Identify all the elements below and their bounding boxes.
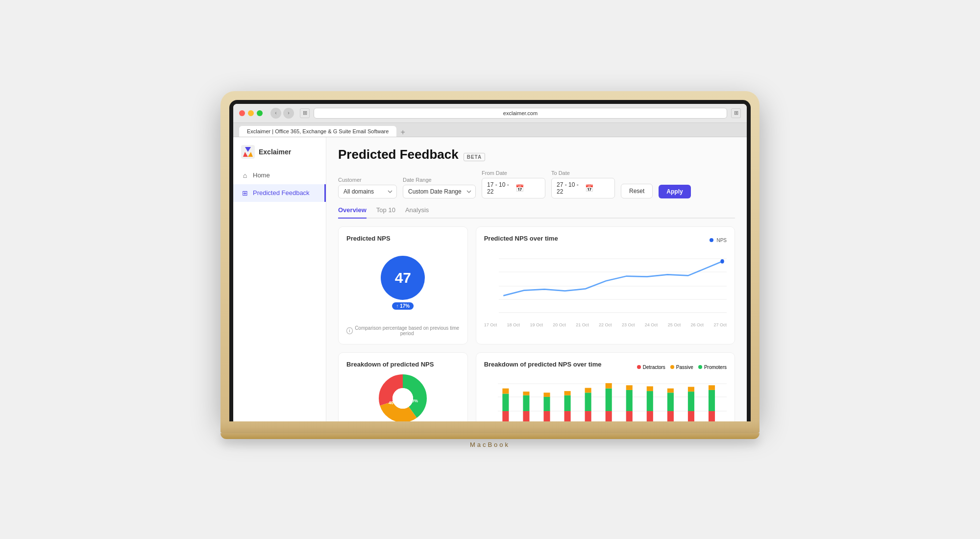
forward-button[interactable]: › bbox=[283, 108, 294, 119]
nps-over-time-card: Predicted NPS over time NPS bbox=[476, 226, 735, 344]
breakdown-nps-over-time-card: Breakdown of predicted NPS over time Det… bbox=[476, 352, 735, 421]
tab-icon: ⊞ bbox=[300, 108, 310, 118]
bar-chart-container: 100 50 0 -50 -100 bbox=[498, 377, 727, 421]
sidebar-logo: Exclaimer bbox=[233, 145, 326, 167]
svg-rect-45 bbox=[585, 388, 591, 392]
bar-passive-dot bbox=[670, 365, 674, 369]
sidebar: Exclaimer ⌂ Home ⊞ Predicted Feedback bbox=[233, 137, 326, 421]
svg-rect-42 bbox=[564, 391, 570, 395]
laptop-bottom bbox=[220, 421, 760, 433]
sidebar-item-predicted-feedback[interactable]: ⊞ Predicted Feedback bbox=[233, 184, 326, 202]
tab-overview[interactable]: Overview bbox=[338, 206, 367, 219]
svg-rect-33 bbox=[502, 388, 509, 393]
from-date-value: 17 - 10 - 22 bbox=[487, 181, 512, 195]
maximize-button[interactable] bbox=[257, 110, 263, 116]
svg-rect-63 bbox=[709, 385, 715, 390]
browser-titlebar: ‹ › ⊞ exclaimer.com ⊞ bbox=[233, 104, 747, 123]
bar-detractors-dot bbox=[637, 365, 641, 369]
reset-button[interactable]: Reset bbox=[621, 184, 653, 198]
to-date-value: 27 - 10 - 22 bbox=[557, 181, 581, 195]
pie-chart: 30% 30% 40% bbox=[378, 374, 427, 421]
customer-filter-group: Customer All domains bbox=[338, 177, 397, 198]
nps-legend: NPS bbox=[710, 238, 727, 243]
browser-nav: ‹ › bbox=[270, 108, 294, 119]
nps-value: 47 bbox=[395, 270, 411, 286]
macbook-label: MacBook bbox=[220, 441, 760, 448]
nps-x-labels: 17 Oct18 Oct19 Oct20 Oct 21 Oct22 Oct23 … bbox=[484, 322, 727, 327]
svg-point-14 bbox=[720, 259, 724, 264]
apply-button[interactable]: Apply bbox=[659, 185, 690, 198]
info-icon: i bbox=[346, 327, 353, 334]
browser-tab-bar: Exclaimer | Office 365, Exchange & G Sui… bbox=[233, 123, 747, 137]
page-title: Predicted Feedback bbox=[338, 147, 459, 162]
svg-rect-38 bbox=[543, 396, 550, 411]
predicted-nps-title: Predicted NPS bbox=[346, 235, 460, 242]
svg-rect-62 bbox=[709, 390, 715, 411]
svg-rect-37 bbox=[523, 411, 529, 421]
laptop-wrapper: ‹ › ⊞ exclaimer.com ⊞ Exclaimer | Office… bbox=[220, 91, 760, 448]
nps-over-time-title: Predicted NPS over time bbox=[484, 235, 558, 242]
nps-circle-wrapper: 47 ↑ 17% bbox=[381, 256, 425, 304]
share-button[interactable]: ⊞ bbox=[731, 108, 741, 118]
svg-rect-50 bbox=[626, 390, 632, 411]
svg-rect-41 bbox=[564, 395, 570, 411]
sidebar-nav: ⌂ Home ⊞ Predicted Feedback bbox=[233, 167, 326, 202]
tab-analysis[interactable]: Analysis bbox=[405, 206, 429, 219]
pie-wrapper: 30% 30% 40% ↑ 3% bbox=[346, 374, 460, 421]
back-button[interactable]: ‹ bbox=[270, 108, 281, 119]
nps-change-badge: ↑ 17% bbox=[392, 302, 414, 310]
customer-label: Customer bbox=[338, 177, 397, 183]
svg-rect-35 bbox=[523, 395, 529, 411]
bar-promoters-dot bbox=[698, 365, 702, 369]
nps-circle: 47 bbox=[381, 256, 425, 300]
active-tab[interactable]: Exclaimer | Office 365, Exchange & G Sui… bbox=[239, 126, 396, 137]
from-date-input[interactable]: 17 - 10 - 22 📅 bbox=[482, 178, 545, 198]
new-tab-button[interactable]: + bbox=[400, 128, 405, 137]
svg-rect-52 bbox=[626, 411, 632, 421]
filters-row: Customer All domains Date Range Custom D… bbox=[338, 170, 735, 198]
svg-text:40%: 40% bbox=[389, 400, 397, 405]
predicted-nps-card: Predicted NPS 47 ↑ 17% bbox=[338, 226, 468, 344]
customer-select[interactable]: All domains bbox=[338, 185, 397, 198]
nps-line-chart: 100 50 0 -50 -100 bbox=[499, 252, 727, 320]
svg-rect-48 bbox=[605, 383, 612, 388]
pie-svg: 30% 30% 40% bbox=[378, 374, 427, 421]
svg-rect-46 bbox=[585, 411, 591, 421]
traffic-lights bbox=[239, 110, 263, 116]
page-header: Predicted Feedback BETA bbox=[338, 147, 735, 162]
svg-rect-55 bbox=[646, 411, 653, 421]
from-date-filter-group: From Date 17 - 10 - 22 📅 bbox=[482, 170, 545, 198]
date-range-select[interactable]: Custom Date Range bbox=[403, 185, 476, 198]
bar-promoters-legend: Promoters bbox=[698, 365, 727, 370]
bar-passive-label: Passive bbox=[676, 365, 693, 370]
svg-rect-59 bbox=[688, 392, 694, 411]
bar-detractors-legend: Detractors bbox=[637, 365, 665, 370]
exclaimer-logo-icon bbox=[241, 145, 255, 159]
to-date-calendar-icon: 📅 bbox=[585, 184, 610, 192]
nps-legend-dot bbox=[710, 238, 713, 242]
sidebar-item-home-label: Home bbox=[253, 172, 270, 179]
dashboard-grid-row2: Breakdown of predicted NPS bbox=[338, 352, 735, 421]
tab-top10[interactable]: Top 10 bbox=[376, 206, 395, 219]
svg-rect-51 bbox=[626, 385, 632, 390]
to-date-input[interactable]: 27 - 10 - 22 📅 bbox=[551, 178, 615, 198]
svg-text:30%: 30% bbox=[398, 389, 407, 393]
sidebar-item-home[interactable]: ⌂ Home bbox=[233, 167, 326, 184]
beta-badge: BETA bbox=[464, 153, 485, 161]
browser-chrome: ‹ › ⊞ exclaimer.com ⊞ Exclaimer | Office… bbox=[233, 104, 747, 421]
svg-rect-40 bbox=[543, 411, 550, 421]
svg-rect-53 bbox=[646, 391, 653, 411]
nps-comparison-text: i Comparison percentage based on previou… bbox=[346, 325, 460, 336]
svg-rect-60 bbox=[688, 387, 694, 392]
tabs-row: Overview Top 10 Analysis bbox=[338, 206, 735, 219]
to-date-filter-group: To Date 27 - 10 - 22 📅 bbox=[551, 170, 615, 198]
bar-promoters-label: Promoters bbox=[704, 365, 727, 370]
svg-rect-39 bbox=[543, 392, 550, 397]
grid-icon: ⊞ bbox=[241, 189, 249, 197]
dashboard-grid-row1: Predicted NPS 47 ↑ 17% bbox=[338, 226, 735, 344]
address-bar[interactable]: exclaimer.com bbox=[314, 108, 727, 119]
minimize-button[interactable] bbox=[248, 110, 254, 116]
svg-rect-32 bbox=[502, 393, 509, 411]
close-button[interactable] bbox=[239, 110, 245, 116]
app-container: Exclaimer ⌂ Home ⊞ Predicted Feedback bbox=[233, 137, 747, 421]
